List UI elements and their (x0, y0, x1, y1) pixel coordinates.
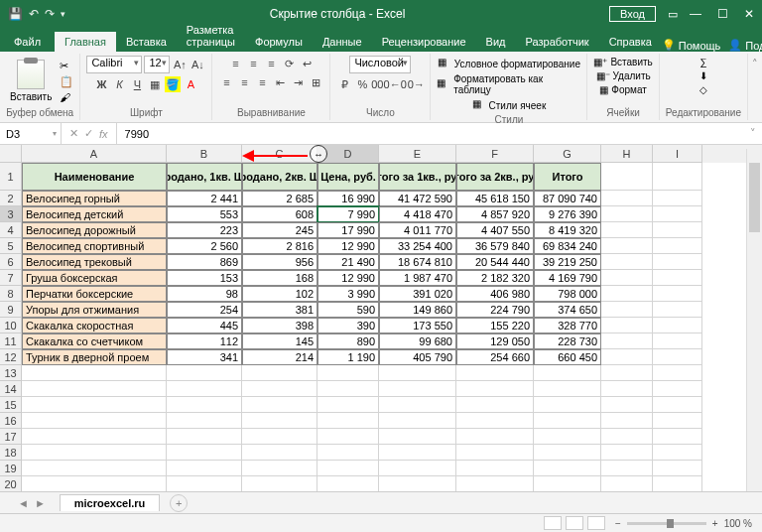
format-cells-button[interactable]: ▦Формат (599, 83, 647, 96)
data-cell[interactable]: 245 (242, 222, 318, 238)
col-header-F[interactable]: F (456, 145, 534, 163)
collapse-ribbon-icon[interactable]: ˄ (748, 54, 762, 120)
italic-button[interactable]: К (111, 76, 127, 92)
data-cell[interactable]: 224 790 (456, 302, 534, 318)
qat-dropdown-icon[interactable]: ▾ (61, 9, 65, 19)
row-header[interactable]: 12 (0, 349, 22, 365)
data-cell[interactable]: 7 990 (318, 206, 379, 222)
decrease-font-icon[interactable]: A↓ (190, 57, 205, 72)
cell-styles-button[interactable]: ▦Стили ячеек (472, 97, 547, 113)
data-cell[interactable]: 660 450 (534, 349, 601, 365)
data-cell[interactable]: 21 490 (318, 254, 379, 270)
row-header[interactable]: 9 (0, 302, 22, 318)
fx-icon[interactable]: fx (99, 128, 108, 140)
data-cell[interactable]: 39 219 250 (534, 254, 601, 270)
tab-file[interactable]: Файл (0, 32, 55, 52)
tab-review[interactable]: Рецензирование (372, 32, 476, 52)
data-cell[interactable]: 608 (242, 206, 318, 222)
data-cell[interactable]: 374 650 (534, 302, 601, 318)
new-sheet-button[interactable]: + (170, 494, 188, 512)
data-cell[interactable]: 4 169 790 (534, 270, 601, 286)
align-center-icon[interactable]: ≡ (236, 74, 252, 90)
data-cell[interactable]: 590 (318, 302, 379, 318)
worksheet-grid[interactable]: A B C D E F G H I ↔ 1НаименованиеПродано… (0, 145, 762, 492)
sheet-nav-prev-icon[interactable]: ◄ (18, 497, 29, 509)
row-header[interactable]: 5 (0, 238, 22, 254)
bold-button[interactable]: Ж (93, 76, 109, 92)
header-cell[interactable]: Итого за 1кв., руб. (379, 163, 456, 191)
tab-home[interactable]: Главная (55, 32, 116, 52)
header-cell[interactable]: Итого (534, 163, 601, 191)
decrease-decimal-icon[interactable]: 0→ (408, 76, 424, 92)
wrap-text-icon[interactable]: ↩ (299, 56, 315, 71)
share-button[interactable]: 👤Поделиться (728, 39, 762, 52)
data-cell[interactable]: 1 987 470 (379, 270, 456, 286)
close-icon[interactable]: ✕ (744, 7, 754, 21)
data-cell[interactable]: 254 (167, 302, 242, 318)
data-cell[interactable]: 381 (242, 302, 318, 318)
data-cell[interactable]: Велосипед спортивный (22, 238, 167, 254)
data-cell[interactable]: Велосипед детский (22, 206, 167, 222)
page-break-view-button[interactable] (587, 516, 605, 530)
row-header[interactable]: 20 (0, 476, 22, 492)
data-cell[interactable]: 12 990 (318, 270, 379, 286)
tab-help[interactable]: Справка (599, 32, 662, 52)
tab-data[interactable]: Данные (313, 32, 372, 52)
data-cell[interactable]: Турник в дверной проем (22, 349, 167, 365)
data-cell[interactable]: 214 (242, 349, 318, 365)
font-size-combo[interactable]: 12 (144, 56, 170, 73)
header-cell[interactable]: Продано, 1кв. Шт. (167, 163, 242, 191)
row-header[interactable]: 13 (0, 365, 22, 381)
vertical-scrollbar[interactable] (746, 149, 762, 491)
tab-view[interactable]: Вид (476, 32, 516, 52)
cancel-formula-icon[interactable]: ✕ (69, 127, 78, 140)
data-cell[interactable]: 87 090 740 (534, 191, 601, 206)
autosum-button[interactable]: ∑ (699, 56, 706, 68)
data-cell[interactable]: 4 407 550 (456, 222, 534, 238)
data-cell[interactable]: 341 (167, 349, 242, 365)
col-header-B[interactable]: B (167, 145, 242, 163)
tab-insert[interactable]: Вставка (116, 32, 177, 52)
data-cell[interactable]: 18 674 810 (379, 254, 456, 270)
sheet-tab[interactable]: microexcel.ru (60, 494, 161, 511)
comma-icon[interactable]: 000 (372, 76, 388, 92)
page-layout-view-button[interactable] (566, 516, 583, 530)
header-cell[interactable]: Продано, 2кв. Шт. (242, 163, 318, 191)
signin-button[interactable]: Вход (609, 6, 656, 22)
align-bottom-icon[interactable]: ≡ (263, 56, 279, 71)
decrease-indent-icon[interactable]: ⇤ (272, 74, 288, 90)
row-header[interactable]: 16 (0, 413, 22, 429)
data-cell[interactable]: 16 990 (318, 191, 379, 206)
row-header[interactable]: 2 (0, 191, 22, 206)
number-format-combo[interactable]: Числовой (349, 56, 411, 73)
header-cell[interactable]: Цена, руб. (318, 163, 379, 191)
align-right-icon[interactable]: ≡ (254, 74, 270, 90)
zoom-out-button[interactable]: − (615, 518, 621, 529)
sheet-nav-next-icon[interactable]: ► (35, 497, 46, 509)
align-middle-icon[interactable]: ≡ (245, 56, 261, 71)
col-header-E[interactable]: E (379, 145, 456, 163)
data-cell[interactable]: 17 990 (318, 222, 379, 238)
data-cell[interactable]: 33 254 400 (379, 238, 456, 254)
row-header[interactable]: 17 (0, 429, 22, 445)
row-header[interactable]: 19 (0, 461, 22, 476)
increase-indent-icon[interactable]: ⇥ (290, 74, 306, 90)
header-cell[interactable]: Наименование (22, 163, 167, 191)
zoom-in-button[interactable]: + (712, 518, 718, 529)
data-cell[interactable]: 798 000 (534, 286, 601, 302)
data-cell[interactable]: 4 418 470 (379, 206, 456, 222)
col-header-H[interactable]: H (601, 145, 653, 163)
tab-developer[interactable]: Разработчик (516, 32, 599, 52)
data-cell[interactable]: 149 860 (379, 302, 456, 318)
undo-icon[interactable]: ↶ (29, 7, 39, 21)
data-cell[interactable]: Упоры для отжимания (22, 302, 167, 318)
data-cell[interactable]: 2 685 (242, 191, 318, 206)
fill-button[interactable]: ⬇ (699, 69, 707, 82)
data-cell[interactable]: 869 (167, 254, 242, 270)
border-button[interactable]: ▦ (147, 76, 163, 92)
data-cell[interactable]: 254 660 (456, 349, 534, 365)
data-cell[interactable]: Груша боксерская (22, 270, 167, 286)
data-cell[interactable]: 228 730 (534, 333, 601, 349)
data-cell[interactable]: 153 (167, 270, 242, 286)
underline-button[interactable]: Ч (129, 76, 145, 92)
